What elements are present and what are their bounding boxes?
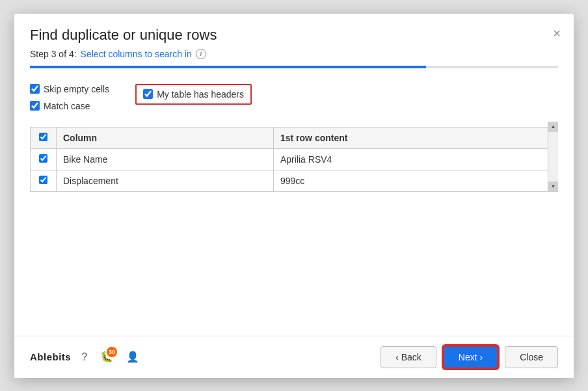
dialog-step: Step 3 of 4: Select columns to search in… <box>30 49 558 59</box>
brand-name: Ablebits <box>30 351 71 362</box>
table-header-row: Column 1st row content <box>31 127 558 148</box>
my-table-has-headers-option[interactable]: My table has headers <box>143 89 244 100</box>
scroll-down-arrow[interactable]: ▼ <box>548 182 558 192</box>
table-header-column: Column <box>57 127 274 148</box>
match-case-checkbox[interactable] <box>30 101 40 111</box>
row-checkbox-2[interactable] <box>39 176 47 184</box>
row-checkbox-cell-2[interactable] <box>31 170 57 191</box>
columns-table-wrapper: Column 1st row content Bike Name Aprilia… <box>30 122 558 192</box>
options-left: Skip empty cells Match case <box>30 84 109 111</box>
table-row: Bike Name Aprilia RSV4 <box>31 148 558 170</box>
skip-empty-cells-checkbox[interactable] <box>30 84 40 94</box>
step-link: Select columns to search in <box>81 49 192 59</box>
back-button[interactable]: ‹ Back <box>381 346 436 368</box>
table-row: Displacement 999cc <box>31 170 558 191</box>
my-table-has-headers-checkbox[interactable] <box>143 89 153 99</box>
table-scrollbar[interactable]: ▲ ▼ <box>548 122 558 192</box>
row-column-name-1: Bike Name <box>57 148 274 170</box>
row-checkbox-1[interactable] <box>39 154 47 163</box>
row-checkbox-cell-1[interactable] <box>31 148 57 170</box>
dialog-header: Find duplicate or unique rows Step 3 of … <box>14 14 574 66</box>
close-button[interactable]: Close <box>505 346 558 368</box>
bug-count-badge: 30 <box>107 347 117 357</box>
close-button-label: Close <box>520 352 543 362</box>
row-content-2: 999cc <box>273 170 557 191</box>
skip-empty-cells-label: Skip empty cells <box>44 84 109 94</box>
next-button[interactable]: Next › <box>443 345 498 369</box>
user-icon: 👤 <box>126 351 139 363</box>
bug-report-button[interactable]: 🐛 30 <box>98 349 116 364</box>
footer-left: Ablebits ? 🐛 30 👤 <box>30 349 142 364</box>
dialog-footer: Ablebits ? 🐛 30 👤 ‹ Back Next › C <box>14 336 574 378</box>
step-text: Step 3 of 4: <box>30 49 77 59</box>
skip-empty-cells-option[interactable]: Skip empty cells <box>30 84 109 94</box>
dialog-body: Skip empty cells Match case My table has… <box>14 68 574 336</box>
columns-table: Column 1st row content Bike Name Aprilia… <box>30 127 558 192</box>
select-all-checkbox[interactable] <box>39 133 47 141</box>
my-table-has-headers-label: My table has headers <box>157 89 244 100</box>
match-case-label: Match case <box>44 101 90 111</box>
dialog-close-button[interactable]: × <box>550 24 563 42</box>
dialog-title: Find duplicate or unique rows <box>30 27 558 44</box>
footer-right: ‹ Back Next › Close <box>381 345 558 369</box>
user-icon-button[interactable]: 👤 <box>124 349 142 364</box>
next-button-label: Next › <box>459 352 483 362</box>
main-dialog: Find duplicate or unique rows Step 3 of … <box>14 14 574 378</box>
row-content-1: Aprilia RSV4 <box>273 148 557 170</box>
scroll-up-arrow[interactable]: ▲ <box>548 122 558 132</box>
info-icon[interactable]: i <box>196 49 206 59</box>
options-row: Skip empty cells Match case My table has… <box>30 84 558 111</box>
table-header-checkbox-cell[interactable] <box>31 127 57 148</box>
back-button-label: ‹ Back <box>395 352 421 362</box>
row-column-name-2: Displacement <box>57 170 274 191</box>
table-header-content: 1st row content <box>273 127 557 148</box>
help-button[interactable]: ? <box>79 350 90 364</box>
match-case-option[interactable]: Match case <box>30 101 109 111</box>
bug-icon: 🐛 30 <box>100 351 113 363</box>
options-right: My table has headers <box>135 84 558 111</box>
help-icon: ? <box>81 351 87 363</box>
my-table-has-headers-highlight: My table has headers <box>135 84 252 105</box>
